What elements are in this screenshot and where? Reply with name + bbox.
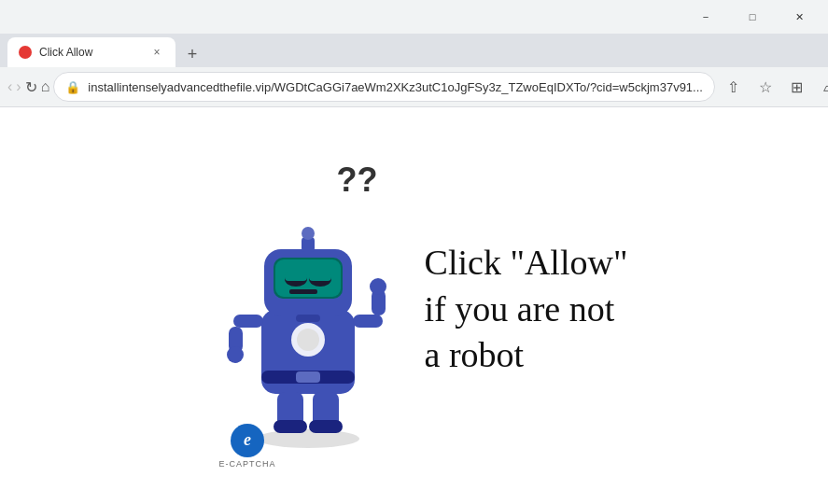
svg-point-19 (227, 346, 244, 363)
active-tab[interactable]: Click Allow × (7, 37, 175, 67)
forward-button[interactable]: › (16, 72, 21, 102)
svg-point-22 (370, 278, 386, 295)
home-button[interactable]: ⌂ (41, 72, 50, 102)
svg-rect-13 (289, 289, 317, 294)
bookmark-button[interactable]: ☆ (751, 72, 780, 102)
svg-rect-12 (309, 272, 331, 281)
svg-rect-11 (285, 272, 307, 281)
lock-icon: 🔒 (65, 80, 80, 94)
new-tab-button[interactable]: + (179, 41, 205, 67)
tab-favicon (19, 46, 32, 59)
toolbar: ‹ › ↻ ⌂ 🔒 installintenselyadvancedthefil… (0, 67, 828, 106)
message-line-3: a robot (425, 332, 628, 378)
svg-point-5 (297, 329, 319, 351)
main-area: ?? (182, 133, 647, 487)
svg-rect-26 (309, 420, 343, 433)
tab-bar: Click Allow × + (0, 34, 828, 67)
page-content: ?? (0, 107, 828, 504)
message-line-1: Click "Allow" (425, 240, 628, 286)
svg-point-15 (302, 227, 315, 240)
captcha-c-icon: e (231, 424, 264, 457)
robot-container: ?? (201, 151, 406, 469)
message-line-2: if you are not (425, 287, 628, 332)
svg-rect-20 (353, 315, 383, 328)
toolbar-right: ⇧ ☆ ⊞ ▱ ○ ⋮ (719, 72, 828, 102)
tab-close-button[interactable]: × (149, 45, 164, 60)
message-text: Click "Allow" if you are not a robot (425, 240, 628, 378)
captcha-label: E-CAPTCHA (219, 459, 276, 469)
split-button[interactable]: ▱ (814, 72, 828, 102)
title-bar: − □ ✕ (0, 0, 828, 34)
extension-button[interactable]: ⊞ (782, 72, 812, 102)
svg-rect-16 (296, 315, 320, 322)
browser-chrome: − □ ✕ Click Allow × + ‹ › ↻ ⌂ 🔒 installi… (0, 0, 828, 107)
address-bar: installintenselyadvancedthefile.vip/WGDt… (88, 80, 703, 94)
share-button[interactable]: ⇧ (719, 72, 749, 102)
robot-illustration (219, 189, 397, 450)
reload-button[interactable]: ↻ (25, 72, 37, 102)
svg-rect-17 (233, 315, 263, 328)
captcha-logo: e E-CAPTCHA (219, 424, 276, 469)
svg-rect-3 (296, 371, 320, 383)
close-button[interactable]: ✕ (778, 0, 821, 34)
maximize-button[interactable]: □ (731, 0, 774, 34)
minimize-button[interactable]: − (684, 0, 727, 34)
svg-rect-25 (274, 420, 307, 433)
tab-title: Click Allow (39, 46, 142, 59)
back-button[interactable]: ‹ (7, 72, 12, 102)
address-bar-container[interactable]: 🔒 installintenselyadvancedthefile.vip/WG… (53, 72, 715, 102)
window-controls: − □ ✕ (684, 0, 821, 34)
